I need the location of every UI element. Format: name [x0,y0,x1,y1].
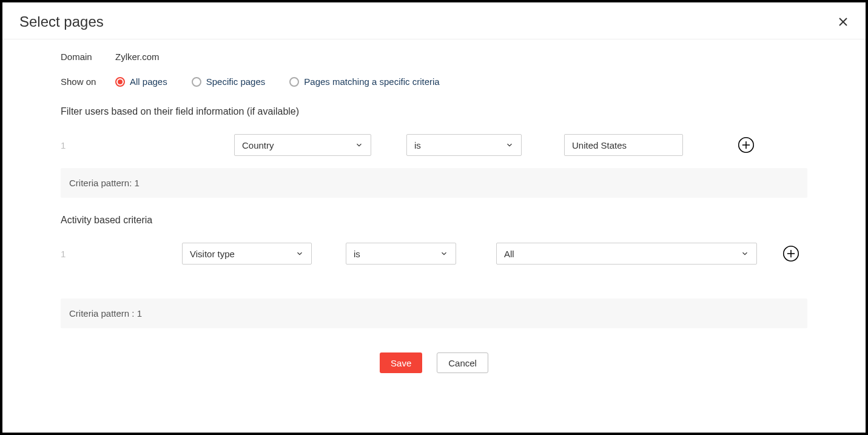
activity-value-select[interactable]: All [496,243,757,265]
show-on-row: Show on All pages Specific pages Pages m… [61,76,807,87]
activity-heading: Activity based criteria [61,215,807,226]
select-value: Visitor type [190,249,235,259]
select-value: All [504,249,514,259]
select-value: Country [242,140,274,150]
radio-label: All pages [130,76,167,87]
chevron-down-icon [440,249,448,258]
radio-icon [115,77,125,87]
domain-row: Domain Zylker.com [61,52,807,62]
filter-heading: Filter users based on their field inform… [61,106,807,117]
modal-content: Domain Zylker.com Show on All pages Spec… [2,39,866,373]
chevron-down-icon [741,249,749,258]
add-filter-button[interactable] [738,137,755,153]
field-select[interactable]: Country [234,134,371,156]
select-value: is [354,249,360,259]
activity-pattern-bar: Criteria pattern : 1 [61,298,807,328]
chevron-down-icon [295,249,304,258]
activity-operator-select[interactable]: is [346,243,456,265]
operator-select[interactable]: is [406,134,522,156]
radio-criteria-pages[interactable]: Pages matching a specific criteria [289,76,439,87]
activity-criteria-row: 1 Visitor type is All [61,243,807,265]
radio-icon [289,77,299,87]
close-icon[interactable] [838,16,849,27]
radio-label: Pages matching a specific criteria [304,76,439,87]
select-value: is [414,140,421,150]
domain-label: Domain [61,52,115,62]
add-activity-button[interactable] [782,245,799,262]
cancel-button[interactable]: Cancel [437,352,488,373]
activity-field-select[interactable]: Visitor type [182,243,312,265]
chevron-down-icon [355,141,363,149]
input-value: United States [572,140,627,150]
radio-label: Specific pages [206,76,266,87]
radio-all-pages[interactable]: All pages [115,76,167,87]
row-number: 1 [61,249,73,259]
modal-title: Select pages [19,13,104,30]
modal-header: Select pages [2,2,866,39]
domain-value: Zylker.com [115,52,160,62]
save-button[interactable]: Save [380,352,422,373]
radio-icon [192,77,201,87]
row-number: 1 [61,140,73,150]
radio-specific-pages[interactable]: Specific pages [192,76,266,87]
modal-footer: Save Cancel [61,352,807,373]
filter-criteria-row: 1 Country is United States [61,134,807,156]
chevron-down-icon [505,141,514,149]
value-input[interactable]: United States [564,134,683,156]
show-on-label: Show on [61,76,115,87]
show-on-radio-group: All pages Specific pages Pages matching … [115,76,440,87]
filter-pattern-bar: Criteria pattern: 1 [61,168,807,198]
